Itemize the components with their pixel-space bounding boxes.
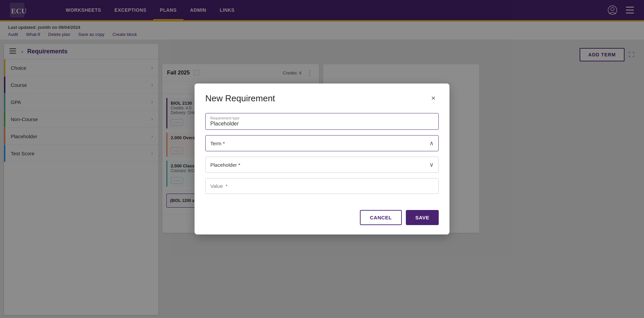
term-select[interactable]: Term * ∧ xyxy=(205,135,439,151)
requirement-type-value: Placeholder xyxy=(210,121,239,126)
save-button[interactable]: SAVE xyxy=(406,210,439,225)
new-requirement-modal: New Requirement × Requirement type Place… xyxy=(195,84,449,234)
modal-title: New Requirement xyxy=(205,93,275,104)
placeholder-select-text: Placeholder * xyxy=(210,162,240,168)
requirement-type-input[interactable]: Requirement type Placeholder xyxy=(205,113,439,130)
placeholder-select[interactable]: Placeholder * ∨ xyxy=(205,157,439,173)
term-field: Term * ∧ xyxy=(205,135,439,151)
modal-overlay: New Requirement × Requirement type Place… xyxy=(0,0,644,318)
modal-body: Requirement type Placeholder Term * ∧ Pl… xyxy=(195,110,449,207)
modal-footer: CANCEL SAVE xyxy=(195,207,449,234)
value-input[interactable] xyxy=(205,178,439,194)
term-select-text: Term * xyxy=(210,141,225,146)
value-field xyxy=(205,178,439,194)
modal-header: New Requirement × xyxy=(195,84,449,110)
requirement-type-label: Requirement type xyxy=(210,116,434,120)
cancel-button[interactable]: CANCEL xyxy=(360,210,402,225)
modal-close-button[interactable]: × xyxy=(428,93,439,104)
chevron-down-icon: ∨ xyxy=(429,161,434,168)
placeholder-field: Placeholder * ∨ xyxy=(205,157,439,173)
chevron-up-icon: ∧ xyxy=(429,140,434,147)
requirement-type-field: Requirement type Placeholder xyxy=(205,113,439,130)
